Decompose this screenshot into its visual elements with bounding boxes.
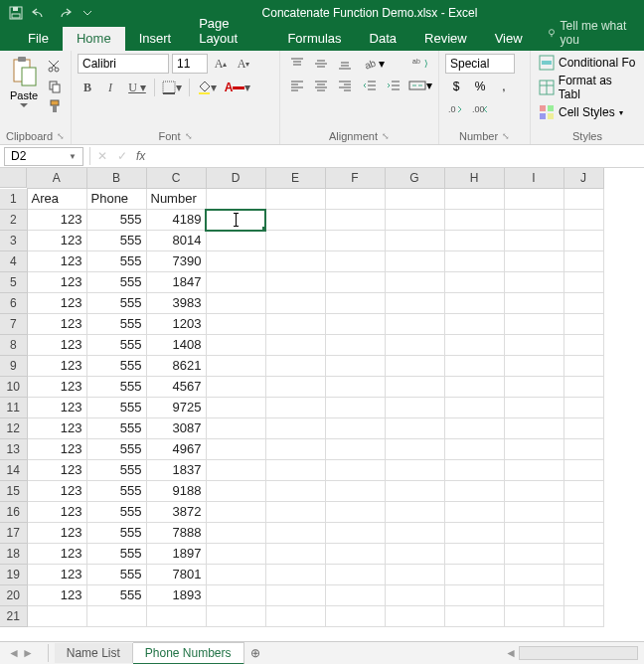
worksheet-grid[interactable]: ABCDEFGHIJ1AreaPhoneNumber21235554189312… <box>0 168 644 627</box>
cell-H11[interactable] <box>444 398 504 418</box>
cell-I1[interactable] <box>504 189 564 210</box>
row-header-7[interactable]: 7 <box>0 314 27 335</box>
cell-A5[interactable]: 123 <box>27 272 86 293</box>
cell-E18[interactable] <box>265 544 325 565</box>
cell-C14[interactable]: 1837 <box>146 460 206 481</box>
cell-B12[interactable]: 555 <box>86 418 146 439</box>
cell-I12[interactable] <box>504 418 564 439</box>
cell-J3[interactable] <box>564 231 603 251</box>
col-header-E[interactable]: E <box>265 168 325 189</box>
cell-I2[interactable] <box>504 210 564 231</box>
cell-A18[interactable]: 123 <box>27 544 86 565</box>
cell-H9[interactable] <box>444 356 504 377</box>
cell-C21[interactable] <box>146 606 206 627</box>
cell-B14[interactable]: 555 <box>86 460 146 481</box>
merge-center-button[interactable]: ▾ <box>407 76 433 95</box>
cell-G16[interactable] <box>385 502 444 523</box>
cell-D19[interactable] <box>206 565 265 585</box>
cell-I9[interactable] <box>504 356 564 377</box>
col-header-D[interactable]: D <box>206 168 265 189</box>
cell-B15[interactable]: 555 <box>86 481 146 502</box>
cell-B17[interactable]: 555 <box>86 523 146 544</box>
cell-J4[interactable] <box>564 251 603 272</box>
borders-button[interactable]: ▾ <box>158 78 186 97</box>
row-header-13[interactable]: 13 <box>0 439 27 460</box>
cell-A12[interactable]: 123 <box>27 418 86 439</box>
row-header-17[interactable]: 17 <box>0 523 27 544</box>
tab-insert[interactable]: Insert <box>125 27 186 51</box>
cell-J20[interactable] <box>564 585 603 606</box>
cell-J7[interactable] <box>564 314 603 335</box>
cell-A15[interactable]: 123 <box>27 481 86 502</box>
cell-E7[interactable] <box>265 314 325 335</box>
row-header-5[interactable]: 5 <box>0 272 27 293</box>
cell-G13[interactable] <box>385 439 444 460</box>
conditional-formatting-button[interactable]: Conditional Fo <box>537 54 638 72</box>
row-header-3[interactable]: 3 <box>0 231 27 251</box>
cell-E10[interactable] <box>265 377 325 398</box>
cell-J18[interactable] <box>564 544 603 565</box>
cell-D7[interactable] <box>206 314 265 335</box>
cell-B20[interactable]: 555 <box>86 585 146 606</box>
cell-A20[interactable]: 123 <box>27 585 86 606</box>
cell-A13[interactable]: 123 <box>27 439 86 460</box>
row-header-20[interactable]: 20 <box>0 585 27 606</box>
cell-I14[interactable] <box>504 460 564 481</box>
cell-H4[interactable] <box>444 251 504 272</box>
cell-B6[interactable]: 555 <box>86 293 146 314</box>
underline-button[interactable]: U ▾ <box>123 78 151 97</box>
col-header-C[interactable]: C <box>146 168 206 189</box>
cell-H17[interactable] <box>444 523 504 544</box>
tell-me-search[interactable]: Tell me what you <box>537 15 644 51</box>
row-header-10[interactable]: 10 <box>0 377 27 398</box>
cell-G6[interactable] <box>385 293 444 314</box>
cell-E3[interactable] <box>265 231 325 251</box>
cell-E2[interactable] <box>265 210 325 231</box>
cell-I8[interactable] <box>504 335 564 356</box>
cell-D14[interactable] <box>206 460 265 481</box>
cell-F8[interactable] <box>325 335 385 356</box>
cell-H1[interactable] <box>444 189 504 210</box>
format-as-table-button[interactable]: Format as Tabl <box>537 73 638 102</box>
decrease-decimal-button[interactable]: .00 <box>469 99 491 119</box>
cell-J8[interactable] <box>564 335 603 356</box>
cell-E5[interactable] <box>265 272 325 293</box>
cell-A7[interactable]: 123 <box>27 314 86 335</box>
cell-C11[interactable]: 9725 <box>146 398 206 418</box>
cell-I11[interactable] <box>504 398 564 418</box>
cell-J10[interactable] <box>564 377 603 398</box>
tab-formulas[interactable]: Formulas <box>273 27 355 51</box>
cell-B13[interactable]: 555 <box>86 439 146 460</box>
cell-J12[interactable] <box>564 418 603 439</box>
cell-C17[interactable]: 7888 <box>146 523 206 544</box>
cell-D12[interactable] <box>206 418 265 439</box>
cell-E6[interactable] <box>265 293 325 314</box>
col-header-H[interactable]: H <box>444 168 504 189</box>
accounting-format-button[interactable]: $ <box>445 77 467 96</box>
cell-C12[interactable]: 3087 <box>146 418 206 439</box>
cell-H6[interactable] <box>444 293 504 314</box>
cell-I19[interactable] <box>504 565 564 585</box>
cell-F16[interactable] <box>325 502 385 523</box>
cell-B9[interactable]: 555 <box>86 356 146 377</box>
col-header-F[interactable]: F <box>325 168 385 189</box>
sheet-tab-phone-numbers[interactable]: Phone Numbers <box>133 642 244 665</box>
cell-F21[interactable] <box>325 606 385 627</box>
save-icon[interactable] <box>6 3 26 23</box>
cell-H18[interactable] <box>444 544 504 565</box>
cell-D9[interactable] <box>206 356 265 377</box>
cell-I18[interactable] <box>504 544 564 565</box>
cell-H5[interactable] <box>444 272 504 293</box>
cell-E8[interactable] <box>265 335 325 356</box>
cell-G21[interactable] <box>385 606 444 627</box>
cell-B11[interactable]: 555 <box>86 398 146 418</box>
cell-G4[interactable] <box>385 251 444 272</box>
cell-C10[interactable]: 4567 <box>146 377 206 398</box>
tab-home[interactable]: Home <box>63 27 125 51</box>
cell-F9[interactable] <box>325 356 385 377</box>
cell-J14[interactable] <box>564 460 603 481</box>
cell-J5[interactable] <box>564 272 603 293</box>
name-box[interactable]: D2 ▼ <box>4 147 83 166</box>
cell-I4[interactable] <box>504 251 564 272</box>
cell-G5[interactable] <box>385 272 444 293</box>
